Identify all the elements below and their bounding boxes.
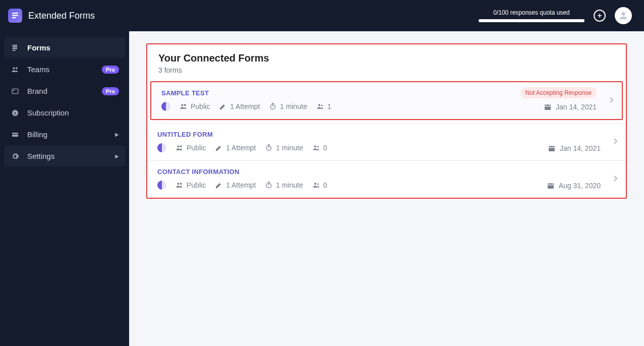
svg-point-9 [181, 104, 183, 106]
responses-label: 1 [327, 102, 331, 110]
sidebar-item-subscription[interactable]: $ Subscription [4, 102, 125, 123]
svg-point-17 [180, 145, 182, 147]
calendar-icon [548, 144, 556, 152]
group-icon [312, 144, 320, 152]
form-duration: 1 minute [265, 144, 303, 152]
svg-text:$: $ [14, 110, 16, 115]
date-label: Jan 14, 2021 [560, 144, 601, 152]
teams-icon [10, 66, 20, 74]
form-half-circle-icon [161, 102, 170, 111]
timer-icon [269, 102, 277, 110]
svg-point-18 [267, 146, 271, 150]
form-row[interactable]: SAMPLE TEST Public 1 Attempt [150, 81, 623, 120]
sidebar: Extended Forms Forms Teams Pro Brand [0, 0, 129, 346]
svg-rect-28 [548, 183, 554, 189]
form-row[interactable]: UNTITLED FORM Public 1 Attempt [147, 123, 626, 160]
visibility-label: Public [191, 102, 210, 110]
brand[interactable]: Extended Forms [0, 0, 129, 31]
form-responses: 0 [312, 181, 327, 189]
svg-point-23 [177, 183, 179, 185]
svg-point-24 [180, 183, 182, 185]
pro-badge: Pro [102, 66, 119, 74]
form-duration: 1 minute [265, 181, 303, 189]
form-responses: 1 [316, 102, 331, 110]
forms-icon [10, 44, 20, 52]
form-visibility: Public [175, 144, 206, 152]
form-date: Jan 14, 2021 [548, 144, 601, 152]
form-duration: 1 minute [269, 102, 307, 110]
form-date: Jan 14, 2021 [544, 103, 597, 111]
svg-point-13 [321, 104, 323, 106]
date-label: Aug 31, 2020 [559, 182, 601, 190]
svg-rect-21 [549, 146, 555, 151]
panel-title: Your Connected Forms [158, 52, 615, 64]
svg-point-27 [317, 183, 319, 185]
sidebar-item-label: Billing [27, 130, 108, 139]
subscription-icon: $ [10, 109, 20, 117]
brand-logo-icon [8, 9, 22, 23]
sidebar-item-label: Settings [27, 152, 108, 160]
sidebar-nav: Forms Teams Pro Brand Pro $ Subs [0, 31, 129, 172]
group-icon [312, 181, 320, 189]
form-row[interactable]: CONTACT INFORMATION Public 1 Attempt [147, 160, 626, 198]
svg-point-19 [314, 145, 316, 147]
visibility-label: Public [187, 181, 206, 189]
timer-icon [265, 144, 273, 152]
svg-point-26 [314, 183, 316, 185]
forms-panel: Your Connected Forms 3 forms SAMPLE TEST… [146, 43, 627, 199]
sidebar-item-label: Forms [27, 43, 119, 52]
sidebar-item-brand[interactable]: Brand Pro [4, 81, 125, 101]
pencil-icon [219, 102, 227, 110]
people-icon [175, 144, 184, 152]
brand-name: Extended Forms [28, 11, 95, 21]
svg-point-16 [177, 145, 179, 147]
quota-label: 0/100 responses quota used [493, 9, 569, 16]
attempts-label: 1 Attempt [226, 144, 256, 152]
form-title: CONTACT INFORMATION [157, 168, 616, 176]
calendar-icon [544, 103, 552, 111]
sidebar-item-label: Subscription [27, 108, 119, 117]
topbar: 0/100 responses quota used [129, 0, 644, 31]
responses-label: 0 [323, 144, 327, 152]
quota-indicator: 0/100 responses quota used [479, 9, 584, 22]
panel-subtitle: 3 forms [158, 66, 615, 74]
calendar-icon [547, 182, 555, 190]
sidebar-item-label: Brand [27, 87, 95, 95]
billing-icon [10, 131, 20, 139]
form-attempts: 1 Attempt [219, 102, 260, 110]
svg-point-20 [317, 146, 319, 147]
svg-rect-3 [13, 90, 15, 91]
panel-header: Your Connected Forms 3 forms [147, 44, 626, 81]
sidebar-item-settings[interactable]: Settings ▶ [4, 146, 125, 166]
duration-label: 1 minute [276, 144, 303, 152]
group-icon [316, 102, 324, 110]
sidebar-item-label: Teams [27, 65, 95, 74]
chevron-right-icon: ▶ [115, 132, 119, 137]
svg-rect-29 [548, 185, 554, 185]
form-half-circle-icon [157, 143, 166, 152]
status-badge: Not Accepting Response [520, 87, 597, 98]
brand-icon [10, 87, 20, 95]
chevron-right-icon [613, 138, 618, 147]
svg-rect-2 [12, 89, 18, 93]
form-meta: Public 1 Attempt 1 minute 0 [157, 143, 616, 152]
chevron-right-icon [613, 175, 618, 184]
add-button[interactable] [594, 10, 606, 22]
sidebar-item-forms[interactable]: Forms [4, 37, 125, 58]
svg-point-12 [318, 104, 320, 106]
gear-icon [10, 152, 20, 160]
form-visibility: Public [180, 102, 210, 110]
sidebar-item-billing[interactable]: Billing ▶ [4, 124, 125, 145]
date-label: Jan 14, 2021 [556, 103, 597, 111]
pro-badge: Pro [102, 87, 119, 95]
attempts-label: 1 Attempt [226, 181, 256, 189]
svg-point-10 [184, 104, 186, 106]
form-attempts: 1 Attempt [215, 144, 256, 152]
svg-rect-22 [549, 147, 555, 148]
form-title: UNTITLED FORM [157, 131, 616, 138]
chevron-right-icon [609, 96, 614, 105]
svg-rect-14 [545, 104, 551, 110]
people-icon [180, 102, 188, 110]
avatar[interactable] [615, 7, 632, 24]
sidebar-item-teams[interactable]: Teams Pro [4, 59, 125, 80]
